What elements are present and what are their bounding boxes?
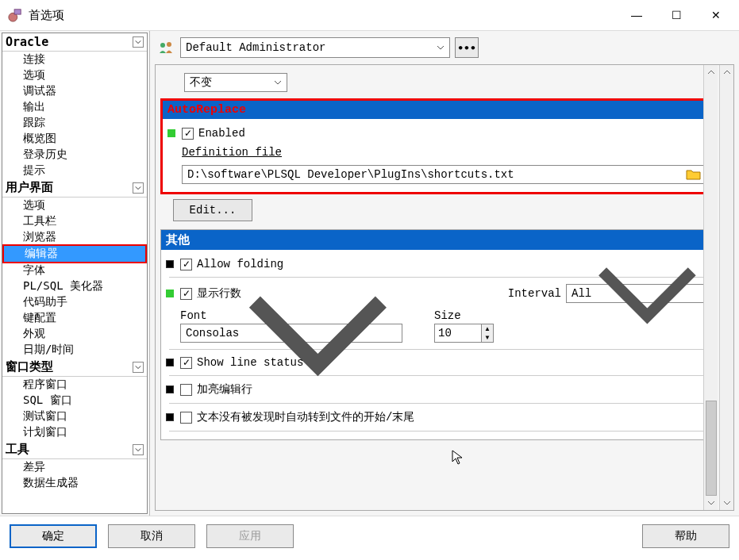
font-select[interactable]: Consolas bbox=[180, 324, 402, 343]
show-line-status-checkbox[interactable] bbox=[180, 357, 192, 369]
sidebar-item[interactable]: 输出 bbox=[2, 99, 147, 115]
sidebar-item[interactable]: 代码助手 bbox=[2, 294, 147, 310]
enabled-checkbox[interactable] bbox=[182, 128, 194, 140]
sidebar-item[interactable]: 登录历史 bbox=[2, 147, 147, 163]
ok-button[interactable]: 确定 bbox=[10, 524, 97, 548]
sidebar-item[interactable]: 差异 bbox=[2, 459, 147, 475]
svg-point-2 bbox=[160, 43, 165, 48]
enabled-label: Enabled bbox=[198, 127, 245, 140]
category-oracle[interactable]: Oracle bbox=[2, 33, 147, 52]
sidebar-item[interactable]: 计划窗口 bbox=[2, 424, 147, 440]
chevron-down-icon bbox=[274, 79, 282, 86]
sidebar-item[interactable]: 连接 bbox=[2, 52, 147, 67]
chevron-down-icon[interactable] bbox=[133, 362, 144, 373]
scroll-up-icon[interactable] bbox=[722, 67, 733, 78]
category-label: 用户界面 bbox=[6, 180, 53, 195]
status-marker-icon bbox=[166, 385, 174, 393]
sidebar-item[interactable]: 概览图 bbox=[2, 131, 147, 147]
minimize-button[interactable]: — bbox=[617, 3, 656, 27]
sidebar-item-editor[interactable]: 编辑器 bbox=[2, 244, 147, 263]
sidebar-tree[interactable]: Oracle 连接 选项 调试器 输出 跟踪 概览图 登录历史 提示 用户界面 … bbox=[2, 33, 148, 514]
chevron-down-icon[interactable] bbox=[133, 182, 144, 194]
inner-scrollbar[interactable] bbox=[703, 65, 718, 510]
content-scroll: 不变 AutoReplace Enabled bbox=[156, 65, 733, 510]
wrap-text-checkbox[interactable] bbox=[180, 412, 192, 424]
users-icon bbox=[158, 40, 175, 55]
show-lines-checkbox[interactable] bbox=[180, 288, 192, 300]
file-path-value: D:\software\PLSQL Developer\PlugIns\shor… bbox=[187, 168, 514, 181]
sidebar: Oracle 连接 选项 调试器 输出 跟踪 概览图 登录历史 提示 用户界面 … bbox=[0, 31, 150, 516]
interval-label: Interval bbox=[508, 287, 561, 300]
sidebar-item[interactable]: 数据生成器 bbox=[2, 475, 147, 491]
close-button[interactable]: ✕ bbox=[696, 3, 736, 27]
sidebar-item[interactable]: 日期/时间 bbox=[2, 342, 147, 358]
sidebar-item[interactable]: 跟踪 bbox=[2, 115, 147, 131]
spin-up-icon[interactable]: ▲ bbox=[482, 324, 493, 333]
case-select-value: 不变 bbox=[190, 75, 212, 90]
sidebar-item[interactable]: 选项 bbox=[2, 198, 147, 213]
category-tools[interactable]: 工具 bbox=[2, 440, 147, 459]
more-button[interactable]: ••• bbox=[455, 37, 479, 58]
show-lines-label: 显示行数 bbox=[197, 286, 241, 301]
interval-value: All bbox=[572, 287, 591, 300]
folder-open-icon[interactable] bbox=[686, 168, 702, 181]
sidebar-item[interactable]: 测试窗口 bbox=[2, 408, 147, 424]
highlight-line-checkbox[interactable] bbox=[180, 384, 192, 396]
apply-button[interactable]: 应用 bbox=[206, 524, 294, 548]
category-ui[interactable]: 用户界面 bbox=[2, 178, 147, 198]
definition-file-input[interactable]: D:\software\PLSQL Developer\PlugIns\shor… bbox=[182, 165, 707, 184]
sidebar-item[interactable]: SQL 窗口 bbox=[2, 393, 147, 408]
app-icon bbox=[8, 8, 22, 22]
titlebar: 首选项 — ☐ ✕ bbox=[0, 0, 739, 30]
status-marker-icon bbox=[166, 260, 174, 268]
category-label: 窗口类型 bbox=[6, 359, 53, 374]
scroll-up-icon[interactable] bbox=[706, 67, 717, 78]
maximize-button[interactable]: ☐ bbox=[656, 3, 696, 27]
other-group: 其他 Allow folding bbox=[160, 229, 718, 440]
sidebar-item[interactable]: 选项 bbox=[2, 67, 147, 83]
sidebar-item[interactable]: 键配置 bbox=[2, 310, 147, 326]
edit-button[interactable]: Edit... bbox=[173, 199, 252, 221]
sidebar-item[interactable]: 工具栏 bbox=[2, 213, 147, 229]
interval-select[interactable]: All bbox=[566, 284, 709, 303]
show-line-status-label: Show line status bbox=[197, 356, 303, 369]
scroll-down-icon[interactable] bbox=[722, 497, 733, 508]
svg-rect-1 bbox=[14, 10, 21, 14]
scroll-down-icon[interactable] bbox=[706, 497, 717, 508]
right-panel: Default Administrator ••• 不变 AutoReplace bbox=[150, 31, 739, 516]
status-marker-icon bbox=[166, 290, 174, 297]
status-marker-icon bbox=[166, 359, 174, 366]
category-label: Oracle bbox=[6, 35, 48, 49]
definition-file-label: Definition file bbox=[182, 146, 282, 159]
window-title: 首选项 bbox=[29, 8, 617, 23]
spin-down-icon[interactable]: ▼ bbox=[482, 333, 493, 342]
sidebar-item[interactable]: 外观 bbox=[2, 326, 147, 342]
sidebar-item[interactable]: 浏览器 bbox=[2, 229, 147, 245]
category-label: 工具 bbox=[6, 442, 29, 457]
help-button[interactable]: 帮助 bbox=[642, 524, 729, 548]
main-area: Oracle 连接 选项 调试器 输出 跟踪 概览图 登录历史 提示 用户界面 … bbox=[0, 30, 739, 516]
sidebar-item[interactable]: PL/SQL 美化器 bbox=[2, 278, 147, 294]
allow-folding-checkbox[interactable] bbox=[180, 259, 192, 270]
autoreplace-group: AutoReplace Enabled Definition file bbox=[160, 98, 718, 194]
wrap-text-label: 文本没有被发现时自动转到文件的开始/末尾 bbox=[197, 410, 414, 424]
category-window-type[interactable]: 窗口类型 bbox=[2, 358, 147, 377]
admin-select-value: Default Administrator bbox=[186, 41, 325, 54]
admin-select[interactable]: Default Administrator bbox=[180, 37, 450, 58]
outer-scrollbar[interactable] bbox=[719, 65, 733, 510]
chevron-down-icon[interactable] bbox=[133, 444, 144, 455]
highlight-line-label: 加亮编辑行 bbox=[197, 382, 252, 397]
scrollbar-thumb[interactable] bbox=[706, 401, 717, 496]
sidebar-item[interactable]: 调试器 bbox=[2, 83, 147, 99]
sidebar-item[interactable]: 程序窗口 bbox=[2, 377, 147, 393]
size-spinner[interactable]: ▲▼ bbox=[481, 324, 494, 343]
cancel-button[interactable]: 取消 bbox=[108, 524, 195, 548]
status-marker-icon bbox=[167, 129, 175, 137]
svg-point-3 bbox=[167, 42, 171, 47]
sidebar-item[interactable]: 提示 bbox=[2, 163, 147, 178]
size-input[interactable]: 10 bbox=[434, 324, 482, 343]
sidebar-item[interactable]: 字体 bbox=[2, 263, 147, 278]
chevron-down-icon bbox=[437, 44, 445, 52]
case-select[interactable]: 不变 bbox=[184, 73, 287, 92]
chevron-down-icon[interactable] bbox=[133, 36, 144, 48]
